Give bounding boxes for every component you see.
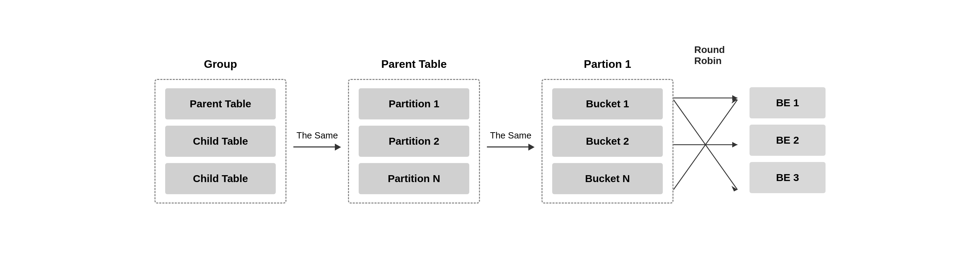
arrow-1-body: [293, 146, 335, 147]
bucket-item-2: Bucket N: [552, 163, 663, 194]
group-item-0: Parent Table: [165, 88, 276, 119]
round-robin-arrows: Round Robin: [673, 39, 749, 241]
partition-1-title: Partion 1: [584, 58, 632, 70]
group-box: Parent Table Child Table Child Table: [154, 79, 286, 203]
bucket-item-0: Bucket 1: [552, 88, 663, 119]
bucket-item-1: Bucket 2: [552, 126, 663, 157]
arrow-1-head: [335, 144, 341, 151]
be-item-2: BE 3: [749, 162, 826, 193]
svg-text:Round: Round: [694, 44, 725, 55]
partition-1-section: Partion 1 Bucket 1 Bucket 2 Bucket N: [541, 58, 673, 203]
partition-item-2: Partition N: [359, 163, 469, 194]
arrow-2-label: The Same: [490, 130, 531, 141]
partition-item-0: Partition 1: [359, 88, 469, 119]
be-section: BE 1 BE 2 BE 3: [749, 87, 826, 193]
arrow-2-head: [528, 144, 535, 151]
parent-table-title: Parent Table: [381, 58, 447, 70]
group-section: Group Parent Table Child Table Child Tab…: [154, 58, 286, 203]
be-item-1: BE 2: [749, 125, 826, 156]
arrow-1-label: The Same: [296, 130, 338, 141]
partition-item-1: Partition 2: [359, 126, 469, 157]
crossing-arrows-svg: Round Robin: [673, 39, 749, 240]
arrow-1: The Same: [286, 130, 348, 151]
svg-marker-7: [732, 142, 737, 147]
arrow-2: The Same: [480, 130, 541, 151]
arrow-1-line: [293, 144, 341, 151]
parent-table-section: Parent Table Partition 1 Partition 2 Par…: [348, 58, 480, 203]
parent-table-box: Partition 1 Partition 2 Partition N: [348, 79, 480, 203]
partition-1-box: Bucket 1 Bucket 2 Bucket N: [541, 79, 673, 203]
arrow-2-line: [487, 144, 535, 151]
be-item-0: BE 1: [749, 87, 826, 118]
group-item-2: Child Table: [165, 163, 276, 194]
diagram: Group Parent Table Child Table Child Tab…: [24, 20, 956, 241]
group-title: Group: [204, 58, 237, 70]
group-item-1: Child Table: [165, 126, 276, 157]
arrow-2-body: [487, 146, 528, 147]
svg-text:Robin: Robin: [694, 55, 722, 66]
